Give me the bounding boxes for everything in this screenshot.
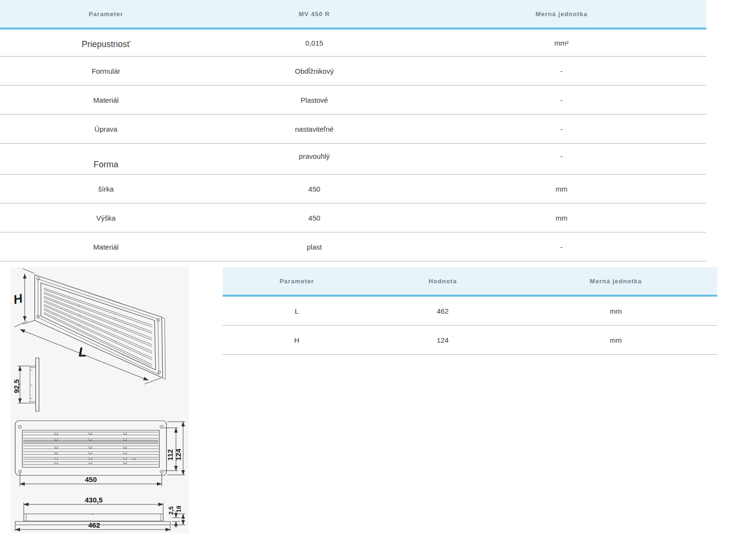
dim-label-L: L [78,345,87,359]
unit-cell: mm [417,203,706,232]
param-cell: Formulár [0,57,212,86]
unit-cell: mm [417,174,706,203]
dim-label-112: 112 [166,449,174,461]
dim-label-124: 124 [174,448,182,461]
param-cell: H [223,326,371,355]
value-cell: 124 [371,326,515,355]
unit-cell: - [417,86,706,115]
table-row: Materiál plast - [0,232,706,261]
table-row: Priepustnosť 0,015 mm² [0,29,706,57]
column-header-unit: Merná jednotka [417,0,706,29]
column-header-model: MV 450 R [212,0,417,29]
table-header-row: Parameter Hodnota Merná jednotka [223,267,717,296]
param-cell: Materiál [0,232,212,261]
profile-view: 430,5 2,5 18 462 [15,496,185,531]
value-cell: 450 [212,203,417,232]
value-cell: 450 [212,174,417,203]
dim-L: L [14,321,161,384]
param-cell: Forma [0,144,212,174]
screw-holes [19,425,164,473]
table-row: L 462 mm [223,296,717,326]
unit-cell: - [417,144,706,174]
dim-label-H: H [12,291,24,307]
column-header-parameter: Parameter [0,0,212,29]
value-cell: Plastové [212,86,417,115]
dim-label-18: 18 [175,506,182,512]
parameters-table: Parameter MV 450 R Merná jednotka Priepu… [0,0,706,261]
table-row: Materiál Plastové - [0,86,706,115]
unit-cell: mm² [417,29,706,57]
value-cell: plast [212,232,417,261]
value-cell: nastaviteľné [212,115,417,144]
value-cell: 462 [371,296,515,326]
unit-cell: mm [515,296,717,326]
perspective-view: H L [12,269,166,384]
column-header-value: Hodnota [371,267,515,296]
dim-430-5: 430,5 [24,496,163,513]
dimensions-table: Parameter Hodnota Merná jednotka L 462 m… [223,267,717,355]
value-cell: Obdĺžnikový [212,57,417,86]
side-view: 92,5 [12,358,39,411]
dim-label-462: 462 [88,521,100,529]
unit-cell: - [417,115,706,144]
table-row: šírka 450 mm [0,174,706,203]
value-cell: pravouhlý [212,144,417,174]
param-cell: Výška [0,203,212,232]
param-cell: Úprava [0,115,212,144]
param-cell: Materiál [0,86,212,115]
dim-label-430-5: 430,5 [85,496,103,504]
unit-cell: - [417,57,706,86]
value-cell: 0,015 [212,29,417,57]
unit-cell: mm [515,326,717,355]
column-header-unit: Merná jednotka [515,267,717,296]
table-row: H 124 mm [223,326,717,355]
dim-462: 462 [15,521,170,531]
param-cell: šírka [0,174,212,203]
table-row: Úprava nastaviteľné - [0,115,706,144]
screw-holes [37,277,161,374]
table-row: Výška 450 mm [0,203,706,232]
column-header-parameter: Parameter [223,267,371,296]
param-cell: L [223,296,371,326]
technical-drawing: H L 92,5 [10,267,189,533]
grille-drawing-svg: H L 92,5 [10,267,189,533]
table-header-row: Parameter MV 450 R Merná jednotka [0,0,706,29]
front-view: 112 124 450 [15,421,185,486]
dim-92-5: 92,5 [12,366,29,403]
table-row: Forma pravouhlý - [0,144,706,174]
dim-label-450: 450 [85,475,97,483]
unit-cell: - [417,232,706,261]
table-row: Formulár Obdĺžnikový - [0,57,706,86]
param-cell: Priepustnosť [0,29,212,57]
dim-label-92-5: 92,5 [12,379,20,393]
dim-label-2-5: 2,5 [167,506,175,515]
dim-H: H [12,269,35,324]
